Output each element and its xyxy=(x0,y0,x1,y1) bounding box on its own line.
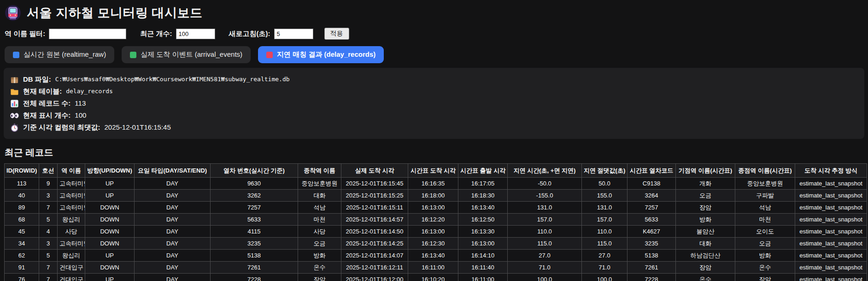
table-cell: K4627 xyxy=(628,226,676,238)
table-cell: 건대입구 xyxy=(58,262,85,274)
table-cell: 68 xyxy=(5,214,39,226)
table-cell: 온수 xyxy=(298,262,341,274)
table-cell: 16:13:00 xyxy=(408,226,458,238)
table-cell: DAY xyxy=(135,202,211,214)
table-cell: estimate_last_snapshot xyxy=(795,238,867,250)
table-cell: 고속터미널 xyxy=(58,190,85,202)
page-title: 서울 지하철 모니터링 대시보드 xyxy=(27,5,203,21)
info-item: 전체 레코드 수:113 xyxy=(10,97,858,109)
table-cell: 5138 xyxy=(628,250,676,262)
recent-count-input[interactable] xyxy=(176,29,215,39)
apply-button[interactable]: 적용 xyxy=(324,28,349,40)
table-cell: C9138 xyxy=(628,178,676,190)
tab-label: 실제 도착 이벤트 (arrival_events) xyxy=(141,50,242,59)
table-cell: 16:17:05 xyxy=(458,178,508,190)
table-row: 454사당DOWNDAY4115사당2025-12-01T16:14:5016:… xyxy=(5,226,867,238)
table-cell: 5633 xyxy=(211,214,298,226)
eyes-icon xyxy=(10,111,19,120)
table-cell: 7228 xyxy=(628,274,676,281)
metro-icon xyxy=(5,5,21,21)
stopwatch-icon xyxy=(10,123,19,132)
column-header: 종착역 이름 xyxy=(298,164,341,178)
column-header: 시간표 출발 시각 xyxy=(458,164,508,178)
table-cell: 50.0 xyxy=(582,178,628,190)
table-cell: 방화 xyxy=(735,250,795,262)
tab-realtime_raw[interactable]: 실시간 원본 (realtime_raw) xyxy=(5,46,114,63)
info-item: 현재 테이블:delay_records xyxy=(10,85,858,97)
recent-records-title: 최근 레코드 xyxy=(5,146,863,159)
table-cell: 3235 xyxy=(628,238,676,250)
table-cell: 34 xyxy=(5,238,39,250)
table-cell: 89 xyxy=(5,202,39,214)
table-cell: 5 xyxy=(39,250,58,262)
tab-label: 지연 매칭 결과 (delay_records) xyxy=(277,50,375,59)
table-cell: 2025-12-01T16:12:11 xyxy=(341,262,408,274)
table-cell: 2025-12-01T16:12:00 xyxy=(341,274,408,281)
table-cell: 7257 xyxy=(628,202,676,214)
info-item: 현재 표시 개수:100 xyxy=(10,109,858,121)
table-cell: estimate_last_snapshot xyxy=(795,250,867,262)
table-cell: 110.0 xyxy=(508,226,582,238)
table-row: 343고속터미널DOWNDAY3235오금2025-12-01T16:14:25… xyxy=(5,238,867,250)
table-cell: DAY xyxy=(135,190,211,202)
table-cell: 2025-12-01T16:14:07 xyxy=(341,250,408,262)
column-header: 방향(UP/DOWN) xyxy=(85,164,135,178)
table-cell: 16:11:00 xyxy=(458,274,508,281)
table-cell: 마천 xyxy=(298,214,341,226)
table-cell: 16:13:40 xyxy=(408,250,458,262)
table-cell: 71.0 xyxy=(582,262,628,274)
table-cell: 16:18:30 xyxy=(458,190,508,202)
table-cell: 27.0 xyxy=(508,250,582,262)
table-cell: DAY xyxy=(135,250,211,262)
table-cell: 113 xyxy=(5,178,39,190)
station-filter-label: 역 이름 필터: xyxy=(5,30,45,38)
table-cell: estimate_last_snapshot xyxy=(795,178,867,190)
refresh-interval-input[interactable] xyxy=(274,29,313,39)
station-filter-input[interactable] xyxy=(49,29,126,39)
table-cell: 16:14:10 xyxy=(458,250,508,262)
table-cell: 장암 xyxy=(676,202,735,214)
table-cell: 157.0 xyxy=(582,214,628,226)
column-header: 역 이름 xyxy=(58,164,85,178)
table-cell: 16:16:35 xyxy=(408,178,458,190)
tab-arrival_events[interactable]: 실제 도착 이벤트 (arrival_events) xyxy=(122,46,251,63)
table-cell: DAY xyxy=(135,214,211,226)
table-cell: 오금 xyxy=(298,238,341,250)
info-value: 2025-12-01T16:15:45 xyxy=(105,121,171,133)
table-cell: 5633 xyxy=(628,214,676,226)
table-cell: DAY xyxy=(135,262,211,274)
column-header: 지연 절댓값(초) xyxy=(582,164,628,178)
table-cell: 방화 xyxy=(298,250,341,262)
table-cell: estimate_last_snapshot xyxy=(795,262,867,274)
table-cell: 7257 xyxy=(211,202,298,214)
table-cell: 155.0 xyxy=(582,190,628,202)
column-header: 시간표 도착 시각 xyxy=(408,164,458,178)
table-cell: 7 xyxy=(39,274,58,281)
table-cell: 16:11:00 xyxy=(408,262,458,274)
table-cell: 마천 xyxy=(735,214,795,226)
table-cell: 사당 xyxy=(298,226,341,238)
table-cell: 4 xyxy=(39,226,58,238)
refresh-interval-label: 새로고침(초): xyxy=(229,30,270,38)
table-cell: 4115 xyxy=(211,226,298,238)
table-cell: 장암 xyxy=(298,274,341,281)
tab-delay_records[interactable]: 지연 매칭 결과 (delay_records) xyxy=(258,46,384,63)
table-cell: 110.0 xyxy=(582,226,628,238)
table-cell: 2025-12-01T16:15:11 xyxy=(341,202,408,214)
column-header: 호선 xyxy=(39,164,58,178)
table-cell: 구파발 xyxy=(735,190,795,202)
table-cell: 방화 xyxy=(676,214,735,226)
table-cell: 2025-12-01T16:15:25 xyxy=(341,190,408,202)
table-cell: 76 xyxy=(5,274,39,281)
table-cell: UP xyxy=(85,178,135,190)
color-swatch-icon xyxy=(130,52,136,58)
tab-label: 실시간 원본 (realtime_raw) xyxy=(23,50,106,59)
table-cell: 16:11:40 xyxy=(458,262,508,274)
package-icon xyxy=(10,75,19,84)
table-cell: estimate_last_snapshot xyxy=(795,214,867,226)
table-cell: 3262 xyxy=(211,190,298,202)
table-cell: 131.0 xyxy=(582,202,628,214)
table-row: 767건대입구UPDAY7228장암2025-12-01T16:12:0016:… xyxy=(5,274,867,281)
info-value: delay_records xyxy=(66,85,113,97)
table-cell: estimate_last_snapshot xyxy=(795,274,867,281)
